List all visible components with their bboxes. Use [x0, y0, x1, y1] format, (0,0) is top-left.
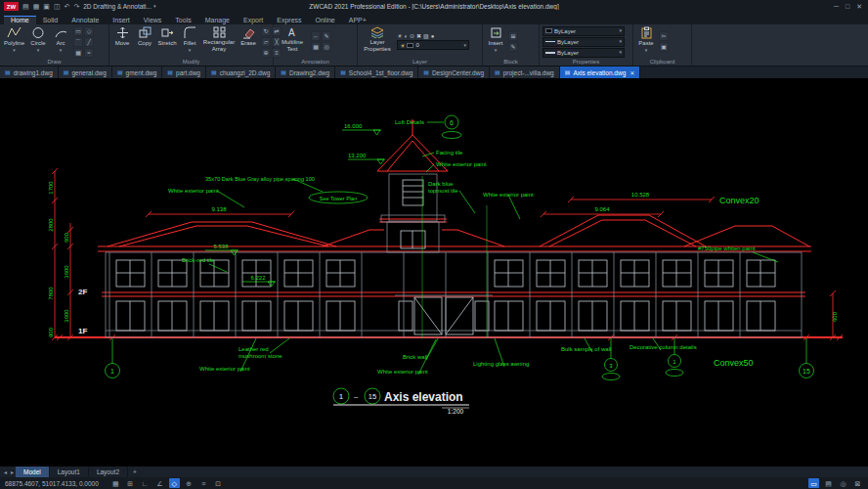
- tab-export[interactable]: Export: [237, 16, 270, 24]
- panel-label-block[interactable]: Block: [483, 59, 539, 66]
- doc-tab-drawing2[interactable]: ▤Drawing2.dwg: [276, 67, 335, 78]
- circle-button[interactable]: Circle ▾: [28, 25, 48, 58]
- tab-solid[interactable]: Solid: [36, 16, 65, 24]
- maximize-button[interactable]: □: [846, 3, 849, 11]
- layout-next-icon[interactable]: ▸: [9, 468, 16, 475]
- panel-label-modify[interactable]: Modify: [109, 59, 273, 66]
- stretch-button[interactable]: Stretch: [157, 25, 177, 58]
- close-tab-icon[interactable]: ✕: [629, 69, 634, 76]
- create-block-icon[interactable]: ⊞: [508, 31, 518, 41]
- color-dropdown[interactable]: ByLayer ▾: [542, 26, 625, 36]
- doc-tab-drawing1[interactable]: ▤drawing1.dwg: [0, 67, 59, 78]
- drawing-canvas[interactable]: 16.000 Loft Details 6 13.200 Facing tile…: [0, 78, 868, 467]
- tab-layout1[interactable]: Layout1: [50, 467, 89, 477]
- lineweight-dropdown[interactable]: ByLayer ▾: [542, 48, 625, 58]
- copy-button[interactable]: Copy: [135, 25, 154, 58]
- leader-icon[interactable]: ✎: [322, 31, 331, 41]
- workspace-switcher[interactable]: 2D Drafting & Annotati... ▾: [83, 3, 155, 10]
- multiline-text-button[interactable]: A MultilineText: [277, 25, 308, 58]
- tab-views[interactable]: Views: [137, 16, 169, 24]
- layer-match-icon[interactable]: ●: [431, 33, 435, 39]
- panel-label-properties[interactable]: Properties: [540, 59, 632, 66]
- layer-isolate-icon[interactable]: ▨: [423, 33, 429, 39]
- spline-icon[interactable]: ⌒: [73, 37, 83, 47]
- rectangular-array-button[interactable]: RectangularArray: [202, 25, 236, 58]
- cut-icon[interactable]: ✂: [659, 31, 669, 41]
- table-icon[interactable]: ▦: [311, 42, 321, 52]
- tab-annotate[interactable]: Annotate: [65, 16, 106, 24]
- doc-tab-chuangzi[interactable]: ▤chuangzi_2D.dwg: [206, 67, 276, 78]
- add-layout-button[interactable]: +: [128, 468, 142, 475]
- polar-icon[interactable]: ∠: [154, 478, 165, 488]
- rectangle-icon[interactable]: ▭: [73, 26, 83, 36]
- edit-block-icon[interactable]: ✎: [508, 42, 518, 52]
- tab-manage[interactable]: Manage: [198, 16, 237, 24]
- tab-layout2[interactable]: Layout2: [89, 467, 128, 477]
- plot-icon[interactable]: ◫: [54, 3, 61, 10]
- dynamic-input-icon[interactable]: ⊡: [213, 478, 224, 488]
- panel-label-layer[interactable]: Layer: [358, 59, 482, 66]
- hatch-icon[interactable]: ▦: [73, 48, 83, 58]
- doc-tab-project-villa[interactable]: ▤project-...villa.dwg: [490, 67, 560, 78]
- tab-express[interactable]: Express: [270, 16, 308, 24]
- revcloud-icon[interactable]: ≈: [84, 48, 94, 58]
- scale-icon[interactable]: ⊕: [261, 48, 271, 58]
- doc-tab-gment[interactable]: ▤gment.dwg: [112, 67, 162, 78]
- fillet-button[interactable]: Fillet ▾: [180, 25, 199, 58]
- linetype-dropdown[interactable]: ByLayer ▾: [542, 37, 625, 47]
- insert-button[interactable]: Insert ▾: [486, 25, 505, 58]
- zwcad-logo-icon: ZW: [4, 2, 19, 11]
- polygon-icon[interactable]: ◇: [84, 26, 94, 36]
- isolate-objects-icon[interactable]: ◎: [838, 478, 848, 488]
- layer-properties-button[interactable]: LayerProperties: [361, 25, 394, 58]
- doc-tab-axis-elevation[interactable]: ▤Axis elevation.dwg✕: [560, 67, 641, 78]
- ribbon-filler: [692, 24, 868, 66]
- layer-on-icon[interactable]: ☀: [397, 33, 402, 39]
- doc-tab-part[interactable]: ▤part.dwg: [162, 67, 206, 78]
- tab-app-plus[interactable]: APP+: [342, 16, 373, 24]
- lineweight-icon[interactable]: ≡: [198, 478, 209, 488]
- tab-online[interactable]: Online: [309, 16, 342, 24]
- tab-model[interactable]: Model: [16, 467, 50, 477]
- erase-button[interactable]: Erase: [239, 25, 258, 58]
- layer-freeze-icon[interactable]: ◐: [404, 33, 408, 39]
- fullscreen-icon[interactable]: ⊠: [852, 478, 863, 488]
- move-button[interactable]: Move: [112, 25, 132, 58]
- save-icon[interactable]: ▣: [43, 3, 50, 10]
- new-file-icon[interactable]: ▤: [22, 3, 29, 10]
- layer-off-icon[interactable]: ✖: [416, 33, 421, 39]
- ortho-icon[interactable]: ∟: [140, 478, 151, 488]
- undo-icon[interactable]: ↶: [65, 3, 70, 10]
- panel-label-clipboard[interactable]: Clipboard: [633, 59, 691, 66]
- copy-clip-icon[interactable]: ▣: [659, 42, 669, 52]
- open-file-icon[interactable]: ▦: [33, 3, 40, 10]
- osnap-icon[interactable]: ◇: [169, 478, 180, 488]
- layer-dropdown[interactable]: ☀ 0 ▾: [397, 40, 469, 50]
- tab-tools[interactable]: Tools: [168, 16, 197, 24]
- close-button[interactable]: ✕: [856, 3, 862, 11]
- line-icon[interactable]: ╱: [84, 37, 94, 47]
- doc-tab-school4[interactable]: ▤School4_1st_floor.dwg: [335, 67, 418, 78]
- doc-tab-designcenter[interactable]: ▤DesignCenter.dwg: [418, 67, 490, 78]
- layout-prev-icon[interactable]: ◂: [2, 468, 9, 475]
- redo-icon[interactable]: ↷: [73, 3, 79, 10]
- panel-label-annotation[interactable]: Annotation: [274, 59, 357, 66]
- arc-button[interactable]: Arc ▾: [51, 25, 70, 58]
- tab-home[interactable]: Home: [4, 16, 36, 24]
- snap-icon[interactable]: ⊞: [125, 478, 136, 488]
- minimize-button[interactable]: ─: [834, 3, 839, 11]
- model-paper-toggle-icon[interactable]: ▭: [808, 478, 819, 488]
- offset-icon[interactable]: ▱: [261, 37, 271, 47]
- center-mark-icon[interactable]: ◎: [322, 42, 331, 52]
- layer-lock-icon[interactable]: ⊙: [410, 33, 414, 39]
- polyline-button[interactable]: Polyline ▾: [3, 25, 25, 58]
- paste-button[interactable]: Paste ▾: [636, 25, 656, 58]
- otrack-icon[interactable]: ⊕: [184, 478, 195, 488]
- rotate-icon[interactable]: ↻: [261, 26, 271, 36]
- panel-label-draw[interactable]: Draw: [0, 59, 108, 66]
- tab-insert[interactable]: Insert: [106, 16, 137, 24]
- doc-tab-general[interactable]: ▤general.dwg: [59, 67, 112, 78]
- dimension-icon[interactable]: ↔: [311, 31, 321, 41]
- grid-icon[interactable]: ▦: [110, 478, 121, 488]
- annotation-scale-icon[interactable]: ▤: [823, 478, 834, 488]
